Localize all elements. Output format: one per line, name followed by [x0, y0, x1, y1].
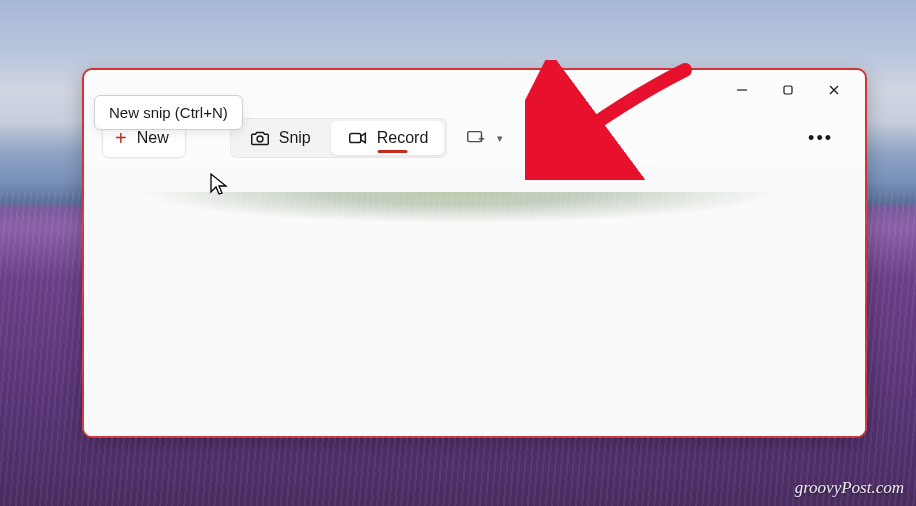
- canvas-area: [84, 166, 865, 436]
- svg-rect-5: [349, 133, 360, 142]
- maximize-button[interactable]: [765, 74, 811, 106]
- delay-dropdown[interactable]: ▾: [521, 120, 565, 156]
- watermark: groovyPost.com: [795, 478, 904, 498]
- more-options-button[interactable]: •••: [800, 120, 841, 156]
- chevron-down-icon: ▾: [555, 132, 561, 145]
- svg-rect-1: [784, 86, 792, 94]
- desktop-wallpaper: + New Snip Record: [0, 0, 916, 506]
- minimize-button[interactable]: [719, 74, 765, 106]
- close-icon: [828, 84, 840, 96]
- plus-icon: +: [115, 128, 127, 148]
- snip-shape-dropdown[interactable]: ▾: [461, 120, 507, 156]
- tooltip-text: New snip (Ctrl+N): [109, 104, 228, 121]
- mode-toggle: Snip Record: [230, 118, 448, 158]
- minimize-icon: [736, 84, 748, 96]
- camera-icon: [249, 127, 271, 149]
- video-icon: [347, 127, 369, 149]
- svg-rect-6: [468, 132, 482, 142]
- record-mode-label: Record: [377, 129, 429, 147]
- chevron-down-icon: ▾: [497, 132, 503, 145]
- snip-mode-label: Snip: [279, 129, 311, 147]
- clock-icon: [525, 128, 545, 148]
- record-mode-button[interactable]: Record: [331, 121, 445, 155]
- maximize-icon: [782, 84, 794, 96]
- new-button-label: New: [137, 129, 169, 147]
- new-button-tooltip: New snip (Ctrl+N): [94, 95, 243, 130]
- ellipsis-icon: •••: [808, 128, 833, 149]
- svg-line-11: [535, 138, 538, 140]
- active-indicator: [377, 150, 407, 153]
- rectangle-snip-icon: [465, 127, 487, 149]
- snip-mode-button[interactable]: Snip: [231, 119, 329, 157]
- svg-point-4: [257, 136, 263, 142]
- close-button[interactable]: [811, 74, 857, 106]
